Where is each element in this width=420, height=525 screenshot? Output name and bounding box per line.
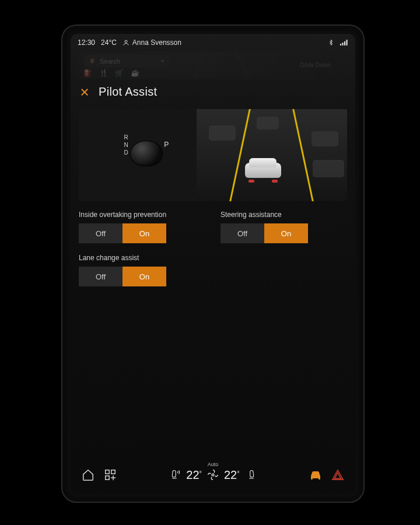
screen: 12:30 24°C Anna Svensson xyxy=(71,34,355,494)
svg-rect-4 xyxy=(346,40,348,46)
toggle-on[interactable]: On xyxy=(123,223,166,243)
close-icon xyxy=(79,87,90,97)
svg-rect-8 xyxy=(106,476,109,480)
gear-d: D xyxy=(122,149,130,156)
ego-car xyxy=(245,163,281,188)
right-temp[interactable]: 22° xyxy=(224,468,240,482)
svg-rect-1 xyxy=(340,44,341,46)
seat-right-icon xyxy=(244,468,255,481)
map-background: Search ⛽ 🍴 🛒 ☕ Döda Dalen xyxy=(78,51,348,79)
food-icon[interactable]: 🍴 xyxy=(99,69,108,77)
traffic-car xyxy=(312,131,338,146)
search-placeholder: Search xyxy=(100,58,120,65)
fuel-icon[interactable]: ⛽ xyxy=(83,69,92,77)
map-poi-label: Döda Dalen xyxy=(300,62,331,68)
left-temp[interactable]: 22° xyxy=(186,468,202,482)
chevron-down-icon xyxy=(160,58,165,65)
profile-icon xyxy=(123,39,130,46)
setting-inside-overtaking-prevention: Inside overtaking prevention Off On xyxy=(79,211,205,243)
setting-steering-assistance: Steering assistance Off On xyxy=(220,211,347,243)
gear-selector-graphic: R N D P xyxy=(79,109,197,201)
status-bar: 12:30 24°C Anna Svensson xyxy=(71,34,355,51)
setting-label: Lane change assist xyxy=(79,254,205,262)
svg-point-9 xyxy=(212,474,214,476)
svg-point-0 xyxy=(125,40,127,43)
gear-r: R xyxy=(122,134,130,141)
cart-icon[interactable]: 🛒 xyxy=(115,69,124,77)
climate-mode-label: Auto xyxy=(208,461,219,467)
home-button[interactable] xyxy=(80,468,96,481)
setting-label: Inside overtaking prevention xyxy=(79,211,205,219)
toggle-on[interactable]: On xyxy=(123,267,166,286)
page-title: Pilot Assist xyxy=(99,85,157,99)
hazard-icon xyxy=(331,469,344,481)
toggle-off[interactable]: Off xyxy=(79,223,123,243)
svg-rect-2 xyxy=(342,43,344,46)
title-row: Pilot Assist xyxy=(71,82,355,104)
close-button[interactable] xyxy=(79,86,90,98)
apps-button[interactable] xyxy=(102,468,118,481)
hero-illustration: R N D P xyxy=(79,109,347,201)
apps-icon xyxy=(104,468,117,481)
setting-lane-change-assist: Lane change assist Off On xyxy=(79,254,205,286)
traffic-car xyxy=(313,160,344,177)
profile-selector[interactable]: Anna Svensson xyxy=(123,38,181,47)
svg-rect-6 xyxy=(106,470,109,474)
cell-signal-icon xyxy=(340,39,348,46)
traffic-car xyxy=(209,125,236,141)
car-button[interactable] xyxy=(307,469,324,481)
fan-icon[interactable] xyxy=(206,468,219,481)
climate-control[interactable]: Auto 22° 22° xyxy=(124,468,302,482)
svg-point-5 xyxy=(92,60,93,61)
toggle-off[interactable]: Off xyxy=(220,223,264,243)
car-icon xyxy=(309,469,323,481)
status-time: 12:30 xyxy=(78,38,95,47)
settings-grid: Inside overtaking prevention Off On Stee… xyxy=(71,211,355,286)
map-pin-icon xyxy=(89,58,95,65)
lane-marker-right xyxy=(292,109,314,201)
lane-scene xyxy=(197,109,347,201)
gear-p: P xyxy=(164,141,169,149)
svg-rect-7 xyxy=(111,470,115,474)
hazard-button[interactable] xyxy=(330,469,346,481)
toggle-on[interactable]: On xyxy=(264,223,308,243)
search-pill[interactable]: Search xyxy=(83,55,171,68)
status-temperature: 24°C xyxy=(101,38,117,47)
svg-rect-3 xyxy=(344,41,345,46)
bottom-dock: Auto 22° 22° xyxy=(71,460,355,494)
setting-label: Steering assistance xyxy=(220,211,347,219)
toggle-off[interactable]: Off xyxy=(79,267,123,286)
home-icon xyxy=(82,468,94,481)
traffic-car xyxy=(257,117,279,130)
seat-left-icon xyxy=(171,468,181,481)
toggle-steering-assistance[interactable]: Off On xyxy=(220,223,308,243)
gear-n: N xyxy=(122,141,130,149)
tablet-device: 12:30 24°C Anna Svensson xyxy=(61,24,365,503)
toggle-lane-change-assist[interactable]: Off On xyxy=(79,267,166,286)
toggle-inside-overtaking-prevention[interactable]: Off On xyxy=(79,223,166,243)
gear-knob-graphic xyxy=(130,141,163,166)
bluetooth-icon xyxy=(328,38,334,47)
coffee-icon[interactable]: ☕ xyxy=(131,69,139,77)
profile-name: Anna Svensson xyxy=(132,38,181,47)
